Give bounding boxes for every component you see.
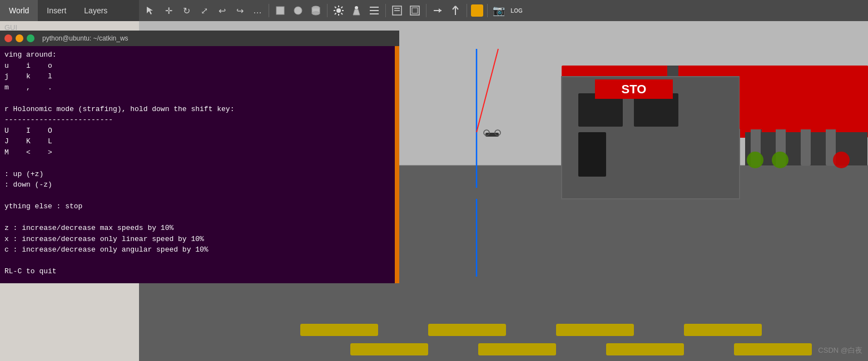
text1-btn[interactable] [389, 2, 405, 19]
terminal-line [4, 277, 395, 284]
svg-rect-66 [350, 343, 428, 355]
scale-tool-btn[interactable]: ⤢ [196, 2, 212, 19]
svg-point-50 [772, 152, 788, 168]
terminal-line: ------------------------- [4, 114, 395, 126]
toolbar: ✛ ↻ ⤢ ↩ ↪ … 📷 LOG [139, 0, 868, 21]
terminal-line: M < > [4, 147, 395, 158]
terminal-line: : down (-z) [4, 179, 395, 190]
terminal-line: r Holonomic mode (strafing), hold down t… [4, 104, 395, 115]
svg-line-11 [341, 13, 343, 15]
terminal-line [4, 158, 395, 169]
svg-point-4 [312, 12, 320, 15]
cylinder-btn[interactable] [307, 2, 324, 19]
svg-point-51 [833, 152, 850, 168]
box-btn[interactable] [272, 2, 289, 19]
sep3 [385, 4, 386, 17]
pin-btn[interactable] [429, 2, 446, 19]
svg-rect-68 [606, 343, 684, 355]
terminal-line: U I O [4, 126, 395, 137]
svg-marker-15 [353, 9, 360, 15]
terminal-minimize-btn[interactable] [16, 34, 23, 42]
svg-line-13 [335, 13, 336, 15]
tab-insert[interactable]: Insert [38, 0, 75, 21]
log-btn[interactable]: LOG [508, 2, 525, 19]
svg-rect-64 [556, 324, 634, 336]
terminal-titlebar: python@ubuntu: ~/catkin_ws [0, 31, 399, 46]
svg-rect-67 [478, 343, 556, 355]
terminal-window[interactable]: python@ubuntu: ~/catkin_ws ving around:u… [0, 31, 399, 283]
sphere-btn[interactable] [290, 2, 306, 19]
sep2 [327, 4, 328, 17]
svg-rect-69 [734, 343, 812, 355]
spotlight-btn[interactable] [348, 2, 365, 19]
svg-rect-39 [578, 132, 606, 177]
menu-bar: World Insert Layers [0, 0, 139, 21]
svg-rect-0 [276, 7, 284, 14]
svg-text:STO: STO [622, 82, 647, 96]
terminal-line [4, 190, 395, 202]
redo-btn[interactable]: ↪ [231, 2, 248, 19]
terminal-close-btn[interactable] [4, 34, 12, 42]
svg-rect-63 [428, 324, 506, 336]
svg-line-12 [341, 7, 343, 8]
terminal-line [4, 93, 395, 104]
sep6 [487, 4, 488, 17]
svg-line-10 [335, 7, 336, 8]
terminal-maximize-btn[interactable] [27, 34, 34, 42]
svg-point-49 [747, 152, 763, 168]
watermark: CSDN @白夜 [818, 345, 862, 355]
terminal-line [4, 212, 395, 223]
translate-tool-btn[interactable]: ✛ [160, 2, 177, 19]
terminal-line: m , . [4, 82, 395, 93]
terminal-line: ything else : stop [4, 201, 395, 212]
terminal-title: python@ubuntu: ~/catkin_ws [42, 34, 128, 42]
terminal-line [4, 255, 395, 267]
terminal-content[interactable]: ving around:u i oj k lm , . r Holonomic … [0, 46, 399, 283]
svg-rect-59 [485, 133, 499, 137]
svg-point-1 [294, 7, 302, 14]
screenshot-btn[interactable]: 📷 [490, 2, 507, 19]
tab-world[interactable]: World [0, 0, 38, 21]
sep5 [467, 4, 467, 17]
svg-rect-55 [740, 66, 868, 129]
lines-btn[interactable] [366, 2, 383, 19]
tab-layers[interactable]: Layers [75, 0, 116, 21]
svg-rect-65 [684, 324, 762, 336]
terminal-line: : up (+z) [4, 169, 395, 180]
text2-btn[interactable] [406, 2, 423, 19]
svg-point-5 [336, 8, 341, 13]
orange-icon [471, 4, 483, 17]
terminal-line: x : increase/decrease only linear speed … [4, 234, 395, 245]
select-tool-btn[interactable] [142, 2, 159, 19]
terminal-line: RL-C to quit [4, 266, 395, 277]
terminal-line: ving around: [4, 49, 395, 61]
sep1 [269, 4, 269, 17]
svg-rect-23 [412, 8, 418, 13]
undo-btn[interactable]: ↩ [214, 2, 230, 19]
svg-point-14 [355, 6, 358, 9]
svg-rect-62 [300, 324, 378, 336]
terminal-scrollbar[interactable] [395, 46, 399, 283]
svg-marker-25 [439, 8, 442, 13]
anchor-btn[interactable] [447, 2, 464, 19]
sun-btn[interactable] [330, 2, 347, 19]
rotate-tool-btn[interactable]: ↻ [178, 2, 195, 19]
terminal-line: c : increase/decrease only angular speed… [4, 244, 395, 255]
svg-rect-22 [410, 6, 419, 15]
sep4 [426, 4, 426, 17]
more-btn[interactable]: … [249, 2, 266, 19]
terminal-line: j k l [4, 71, 395, 82]
orange-obj-btn[interactable] [470, 3, 484, 18]
terminal-line: u i o [4, 61, 395, 72]
terminal-line: J K L [4, 136, 395, 147]
terminal-line: z : increase/decrease max speeds by 10% [4, 223, 395, 234]
